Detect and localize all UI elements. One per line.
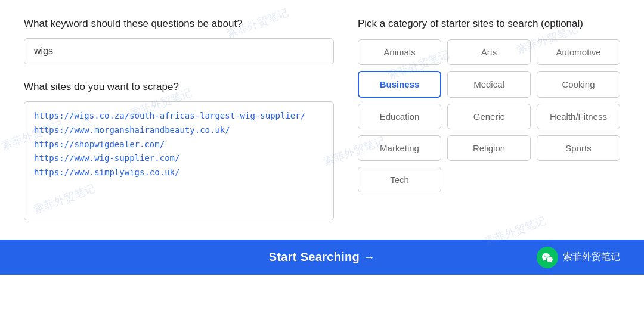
sites-textarea[interactable]: https://wigs.co.za/south-africas-largest… bbox=[24, 101, 334, 220]
cat-btn-medical[interactable]: Medical bbox=[447, 71, 531, 98]
cat-btn-generic[interactable]: Generic bbox=[447, 104, 531, 129]
category-grid: Animals Arts Automotive Business Medical… bbox=[358, 39, 620, 192]
cat-btn-tech[interactable]: Tech bbox=[358, 167, 441, 192]
cat-btn-animals[interactable]: Animals bbox=[358, 39, 441, 65]
right-panel: Pick a category of starter sites to sear… bbox=[358, 18, 620, 223]
category-title: Pick a category of starter sites to sear… bbox=[358, 18, 620, 30]
cat-btn-business[interactable]: Business bbox=[358, 71, 441, 98]
sites-label: What sites do you want to scrape? bbox=[24, 81, 334, 93]
keyword-input[interactable] bbox=[24, 38, 334, 64]
cat-btn-arts[interactable]: Arts bbox=[447, 39, 531, 65]
wechat-label: 索菲外贸笔记 bbox=[563, 251, 620, 263]
cat-btn-marketing[interactable]: Marketing bbox=[358, 135, 441, 161]
cat-btn-health-fitness[interactable]: Health/Fitness bbox=[537, 104, 620, 129]
cat-btn-sports[interactable]: Sports bbox=[537, 135, 620, 161]
cat-btn-automotive[interactable]: Automotive bbox=[537, 39, 620, 65]
main-container: 索菲外贸笔记 索菲外贸笔记 索菲外贸笔记 索菲外贸笔记 索菲外贸笔记 索菲外贸笔… bbox=[0, 0, 644, 320]
cat-btn-cooking[interactable]: Cooking bbox=[537, 71, 620, 98]
bottom-bar: Start Searching → 索菲外贸笔记 bbox=[0, 240, 644, 275]
left-panel: What keyword should these questions be a… bbox=[24, 18, 334, 223]
keyword-label: What keyword should these questions be a… bbox=[24, 18, 334, 30]
wechat-icon bbox=[537, 247, 558, 268]
start-searching-button[interactable]: Start Searching → bbox=[269, 250, 375, 264]
cat-btn-education[interactable]: Education bbox=[358, 104, 441, 129]
content-area: What keyword should these questions be a… bbox=[24, 18, 620, 223]
wechat-badge: 索菲外贸笔记 bbox=[537, 247, 620, 268]
cat-btn-religion[interactable]: Religion bbox=[447, 135, 531, 161]
